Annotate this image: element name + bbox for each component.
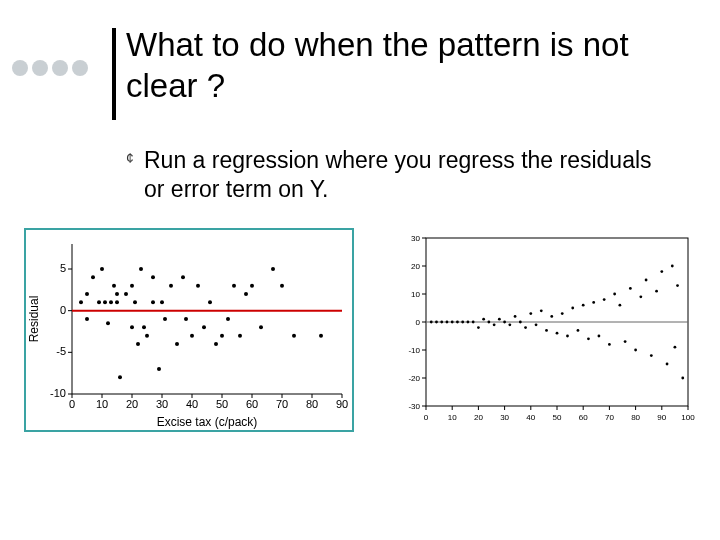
svg-text:50: 50: [553, 413, 562, 422]
svg-text:80: 80: [631, 413, 640, 422]
svg-point-142: [561, 312, 564, 315]
chart-left: 0102030405060708090-10-505Excise tax (c/…: [24, 228, 354, 432]
slide-title: What to do when the pattern is not clear…: [126, 24, 686, 107]
svg-text:40: 40: [526, 413, 535, 422]
svg-point-143: [566, 335, 569, 338]
svg-point-71: [238, 334, 242, 338]
svg-point-141: [556, 332, 559, 335]
svg-text:0: 0: [69, 398, 75, 410]
svg-point-131: [503, 321, 506, 324]
svg-point-47: [130, 325, 134, 329]
svg-text:60: 60: [579, 413, 588, 422]
svg-point-42: [112, 284, 116, 288]
svg-point-46: [124, 292, 128, 296]
svg-point-34: [85, 292, 89, 296]
svg-point-126: [477, 326, 480, 329]
svg-point-152: [613, 293, 616, 296]
title-divider: [112, 28, 116, 120]
svg-point-155: [629, 287, 632, 290]
svg-point-148: [592, 301, 595, 304]
svg-text:90: 90: [657, 413, 666, 422]
svg-point-70: [232, 284, 236, 288]
svg-point-120: [446, 321, 449, 324]
svg-point-61: [181, 275, 185, 279]
svg-point-151: [608, 343, 611, 346]
svg-point-125: [472, 321, 475, 324]
svg-point-58: [163, 317, 167, 321]
svg-point-35: [85, 317, 89, 321]
svg-point-165: [676, 284, 679, 287]
dot-icon: [52, 60, 68, 76]
svg-point-33: [79, 300, 83, 304]
svg-point-52: [142, 325, 146, 329]
svg-point-139: [545, 329, 548, 332]
svg-point-157: [639, 295, 642, 298]
dot-icon: [32, 60, 48, 76]
svg-point-123: [461, 321, 464, 324]
svg-point-37: [97, 300, 101, 304]
svg-point-57: [160, 300, 164, 304]
svg-point-63: [190, 334, 194, 338]
svg-point-132: [508, 323, 511, 326]
svg-point-162: [666, 363, 669, 366]
svg-text:0: 0: [424, 413, 429, 422]
svg-point-44: [115, 300, 119, 304]
svg-text:0: 0: [416, 318, 421, 327]
svg-point-39: [103, 300, 107, 304]
svg-point-124: [467, 321, 470, 324]
bullet-mark-icon: ¢: [126, 146, 144, 204]
svg-text:10: 10: [96, 398, 108, 410]
svg-point-69: [226, 317, 230, 321]
svg-text:Residual: Residual: [27, 296, 41, 343]
svg-point-144: [571, 307, 574, 310]
svg-point-156: [634, 349, 637, 352]
svg-point-65: [202, 325, 206, 329]
svg-point-166: [681, 377, 684, 380]
svg-point-136: [529, 312, 532, 315]
svg-point-158: [645, 279, 648, 282]
svg-point-60: [175, 342, 179, 346]
svg-point-164: [674, 346, 677, 349]
svg-point-59: [169, 284, 173, 288]
svg-point-40: [106, 321, 110, 325]
svg-point-38: [100, 267, 104, 271]
dot-icon: [72, 60, 88, 76]
svg-point-145: [577, 329, 580, 332]
svg-point-73: [250, 284, 254, 288]
svg-text:50: 50: [216, 398, 228, 410]
svg-point-154: [624, 340, 627, 343]
svg-point-163: [671, 265, 674, 268]
svg-point-134: [519, 321, 522, 324]
svg-text:0: 0: [60, 304, 66, 316]
svg-text:80: 80: [306, 398, 318, 410]
svg-text:30: 30: [156, 398, 168, 410]
svg-point-150: [603, 298, 606, 301]
svg-point-74: [259, 325, 263, 329]
svg-point-149: [598, 335, 601, 338]
svg-point-50: [136, 342, 140, 346]
svg-point-76: [280, 284, 284, 288]
svg-text:100: 100: [681, 413, 695, 422]
svg-text:60: 60: [246, 398, 258, 410]
svg-point-128: [487, 321, 490, 324]
svg-text:70: 70: [605, 413, 614, 422]
svg-point-56: [157, 367, 161, 371]
svg-point-117: [430, 321, 433, 324]
svg-point-62: [184, 317, 188, 321]
decor-dots: [12, 60, 88, 76]
svg-text:10: 10: [448, 413, 457, 422]
svg-text:-10: -10: [408, 346, 420, 355]
svg-point-138: [540, 309, 543, 312]
svg-point-140: [550, 315, 553, 318]
svg-point-153: [618, 304, 621, 307]
svg-point-48: [130, 284, 134, 288]
svg-point-67: [214, 342, 218, 346]
svg-text:30: 30: [411, 234, 420, 243]
svg-point-51: [139, 267, 143, 271]
svg-point-66: [208, 300, 212, 304]
bullet-item: ¢ Run a regression where you regress the…: [126, 146, 666, 204]
svg-text:10: 10: [411, 290, 420, 299]
svg-point-137: [535, 323, 538, 326]
bullet-text: Run a regression where you regress the r…: [144, 146, 666, 204]
svg-point-160: [655, 290, 658, 293]
